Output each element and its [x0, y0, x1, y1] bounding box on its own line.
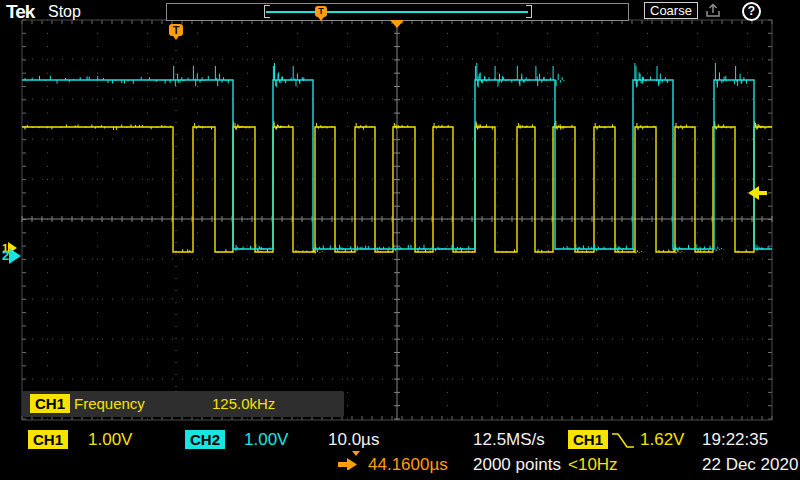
record-bracket-left: [264, 5, 270, 18]
measurement-value: 125.0kHz: [212, 395, 275, 412]
trigger-slope-falling-icon: [610, 429, 636, 451]
ch2-marker-label: 2: [2, 248, 9, 264]
delay-arrow-icon: [336, 450, 362, 470]
expansion-marker[interactable]: [390, 20, 404, 28]
record-trigger-badge[interactable]: T: [315, 6, 327, 17]
measurement-name: Frequency: [74, 395, 145, 412]
sample-rate: 12.5MS/s: [473, 430, 545, 450]
help-icon[interactable]: ?: [742, 2, 761, 21]
save-icon[interactable]: [704, 3, 722, 19]
trigger-source-badge[interactable]: CH1: [568, 430, 608, 449]
record-bracket-right: [526, 5, 532, 18]
trigger-level-arrow-icon: [748, 186, 759, 200]
oscilloscope-screen: Tek Stop T Coarse ? T 1 2 CH1 Frequency …: [0, 0, 800, 480]
trigger-level-arrow[interactable]: [748, 186, 767, 200]
horizontal-delay-value: 44.1600µs: [368, 455, 448, 475]
ch2-ground-marker[interactable]: 2: [2, 248, 21, 264]
clock-date: 22 Dec 2020: [702, 455, 798, 475]
clock-time: 19:22:35: [702, 430, 768, 450]
ch2-marker-arrow-icon: [9, 248, 21, 264]
measurement-box: CH1 Frequency 125.0kHz: [22, 391, 344, 417]
acquisition-status: Stop: [48, 3, 81, 21]
measurement-source-badge: CH1: [30, 394, 70, 413]
record-window-line: [266, 11, 528, 13]
record-view[interactable]: T: [166, 3, 629, 21]
horizontal-scale: 10.0µs: [328, 430, 379, 450]
ch1-badge[interactable]: CH1: [28, 430, 68, 449]
trigger-frequency: <10Hz: [568, 455, 618, 475]
ch2-badge[interactable]: CH2: [185, 430, 225, 449]
record-length: 2000 points: [473, 455, 561, 475]
trigger-point-badge[interactable]: T: [169, 24, 183, 36]
tek-logo: Tek: [6, 1, 34, 23]
ch1-scale: 1.00V: [88, 430, 132, 450]
ch2-scale: 1.00V: [244, 430, 288, 450]
trigger-level-value: 1.62V: [640, 430, 684, 450]
coarse-button[interactable]: Coarse: [644, 2, 698, 19]
